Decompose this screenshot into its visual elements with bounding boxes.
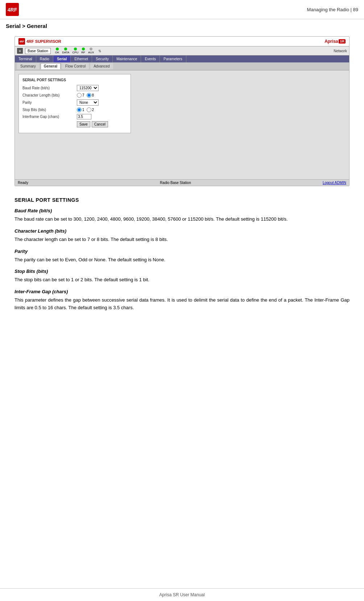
parity-subsection-title: Parity (15, 249, 349, 254)
aux-dot (90, 48, 92, 50)
baud-rate-subsection-title: Baud Rate (bit/s) (15, 208, 349, 213)
page-footer: Aprisa SR User Manual (0, 588, 364, 601)
interframe-gap-label: Interframe Gap (chars) (22, 115, 77, 119)
subsection-baud-rate: Baud Rate (bit/s) The baud rate can be s… (15, 208, 349, 223)
breadcrumb: Serial > General (0, 19, 364, 33)
parity-paragraph: The parity can be set to Even, Odd or No… (15, 256, 349, 264)
save-button[interactable]: Save (77, 121, 90, 127)
parity-row: Parity None Even Odd (22, 99, 127, 106)
footer-label: Aprisa SR User Manual (159, 592, 204, 597)
settings-box-title: SERIAL PORT SETTINGS (22, 78, 127, 82)
tab-summary[interactable]: Summary (17, 63, 39, 69)
nav-radio[interactable]: Radio (36, 56, 53, 62)
stop-bits-subsection-title: Stop Bits (bits) (15, 269, 349, 274)
radio-type-label: Radio Base Station (160, 181, 191, 185)
char-length-8-radio[interactable] (87, 93, 91, 98)
supervisor-brand-label: 4RF SUPERVISOR (26, 39, 61, 44)
stop-bits-label: Stop Bits (bits) (22, 108, 77, 112)
subsection-stop-bits: Stop Bits (bits) The stop bits can be se… (15, 269, 349, 284)
baud-rate-select[interactable]: 115200 57600 38400 19200 9600 4800 2400 … (77, 85, 99, 91)
aprisa-brand-label: Aprisa (324, 39, 338, 44)
interframe-gap-row: Interframe Gap (chars) (22, 114, 127, 119)
stop-bits-paragraph: The stop bits can be set to 1 or 2 bits.… (15, 276, 349, 284)
status-indicators: OK DATA CPU RF AUX (55, 48, 94, 54)
baud-rate-control: 115200 57600 38400 19200 9600 4800 2400 … (77, 85, 99, 91)
nav-maintenance[interactable]: Maintenance (113, 56, 141, 62)
doc-section-title: SERIAL PORT SETTINGS (15, 197, 349, 203)
stop-bits-2-radio[interactable] (87, 107, 91, 112)
status-ready: Ready (18, 181, 28, 185)
svg-text:⊞: ⊞ (19, 50, 21, 52)
char-length-8-label[interactable]: 8 (87, 93, 94, 98)
inter-frame-gap-subsection-title: Inter-Frame Gap (chars) (15, 289, 349, 294)
interframe-gap-control (77, 114, 91, 119)
base-station-label: Base Station (28, 49, 48, 53)
baud-rate-label: Baud Rate (bit/s) (22, 86, 77, 90)
char-length-subsection-title: Character Length (bits) (15, 228, 349, 234)
parity-select[interactable]: None Even Odd (77, 99, 99, 106)
baud-rate-row: Baud Rate (bit/s) 115200 57600 38400 192… (22, 85, 127, 91)
status-data: DATA (62, 48, 69, 54)
main-nav: Terminal Radio Serial Ethernet Security … (15, 56, 349, 62)
stop-bits-2-label[interactable]: 2 (87, 107, 94, 112)
serial-port-settings-box: SERIAL PORT SETTINGS Baud Rate (bit/s) 1… (18, 74, 131, 133)
interframe-gap-input[interactable] (77, 114, 91, 119)
subsection-inter-frame-gap: Inter-Frame Gap (chars) This parameter d… (15, 289, 349, 312)
screenshot-container: 4RF 4RF SUPERVISOR Aprisa SR ⊞ Base Stat… (15, 36, 349, 186)
supervisor-ui: 4RF 4RF SUPERVISOR Aprisa SR ⊞ Base Stat… (15, 37, 349, 186)
arrows-icon: ⇅ (98, 49, 101, 53)
status-bar: Ready Radio Base Station Logout ADMIN (15, 179, 349, 186)
data-dot (64, 48, 67, 50)
network-label: Network (334, 49, 347, 53)
rf-dot (82, 48, 85, 50)
stop-bits-1-radio[interactable] (77, 107, 82, 112)
nav-security[interactable]: Security (92, 56, 113, 62)
svg-text:4RF: 4RF (19, 40, 24, 43)
char-length-paragraph: The character length can be set to 7 or … (15, 236, 349, 244)
base-station-button[interactable]: Base Station (25, 48, 51, 54)
top-nav-bar: ⊞ Base Station OK DATA CPU (15, 46, 349, 56)
char-length-7-label[interactable]: 7 (77, 93, 84, 98)
status-aux: AUX (88, 48, 94, 54)
stop-bits-row: Stop Bits (bits) 1 2 (22, 107, 127, 112)
aprisa-logo: Aprisa SR (324, 39, 346, 44)
char-length-label: Character Length (bits) (22, 93, 77, 97)
settings-buttons-row: Save Cancel (22, 121, 127, 127)
page-header: 4RF Managing the Radio | 89 (0, 0, 364, 19)
status-cpu: CPU (72, 48, 78, 54)
nav-ethernet[interactable]: Ethernet (71, 56, 92, 62)
nav-parameters[interactable]: Parameters (160, 56, 186, 62)
tab-flow-control[interactable]: Flow Control (62, 63, 89, 69)
subsection-char-length: Character Length (bits) The character le… (15, 228, 349, 244)
char-length-control: 7 8 (77, 93, 94, 98)
tab-general[interactable]: General (41, 63, 61, 69)
char-length-row: Character Length (bits) 7 8 (22, 93, 127, 98)
svg-text:4RF: 4RF (8, 7, 17, 13)
4rf-small-logo-icon: 4RF (18, 38, 25, 45)
nav-events[interactable]: Events (141, 56, 160, 62)
tab-advanced[interactable]: Advanced (90, 63, 113, 69)
nav-terminal[interactable]: Terminal (15, 56, 36, 62)
parity-control: None Even Odd (77, 99, 99, 106)
inter-frame-gap-paragraph: This parameter defines the gap between s… (15, 297, 349, 312)
supervisor-header: 4RF 4RF SUPERVISOR Aprisa SR (15, 37, 349, 46)
stop-bits-1-label[interactable]: 1 (77, 107, 84, 112)
cancel-button[interactable]: Cancel (92, 121, 108, 127)
baud-rate-paragraph: The baud rate can be set to 300, 1200, 2… (15, 216, 349, 223)
4rf-logo-icon: 4RF (6, 3, 19, 16)
nav-serial[interactable]: Serial (53, 56, 71, 62)
sub-tabs: Summary General Flow Control Advanced (15, 62, 349, 70)
logo-area: 4RF (6, 3, 19, 16)
ok-dot (56, 48, 59, 50)
char-length-7-radio[interactable] (77, 93, 82, 98)
parity-label: Parity (22, 101, 77, 105)
aprisa-badge: SR (339, 39, 346, 44)
cpu-dot (74, 48, 77, 50)
stop-bits-control: 1 2 (77, 107, 94, 112)
subsection-parity: Parity The parity can be set to Even, Od… (15, 249, 349, 264)
doc-body: SERIAL PORT SETTINGS Baud Rate (bit/s) T… (0, 190, 364, 323)
header-title: Managing the Radio | 89 (307, 7, 358, 12)
content-area: SERIAL PORT SETTINGS Baud Rate (bit/s) 1… (15, 70, 349, 179)
logout-link[interactable]: Logout ADMIN (323, 181, 346, 185)
supervisor-logo: 4RF 4RF SUPERVISOR (18, 38, 61, 45)
